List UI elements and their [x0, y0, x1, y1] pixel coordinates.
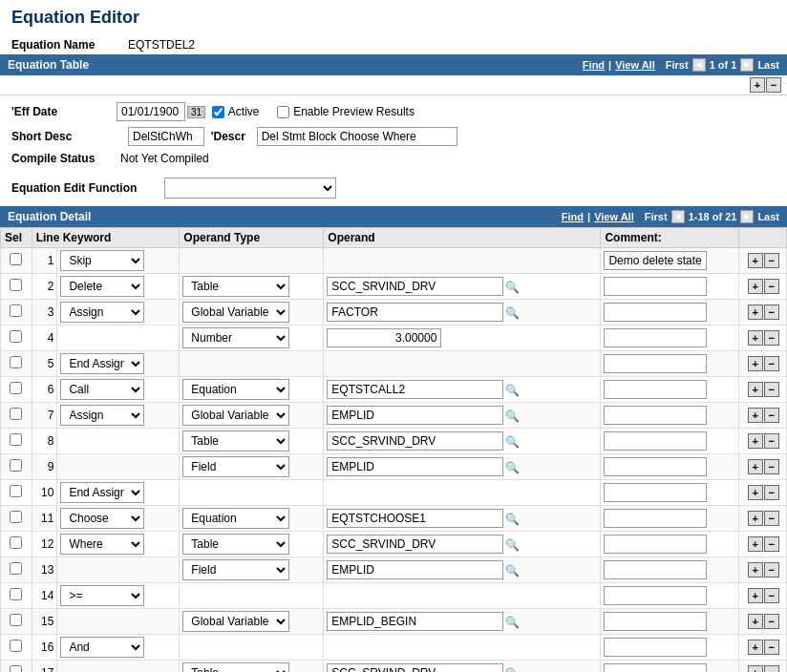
- comment-input[interactable]: [604, 509, 707, 528]
- eq-edit-fn-select[interactable]: [164, 178, 336, 199]
- remove-row-btn[interactable]: −: [764, 588, 779, 603]
- comment-input[interactable]: [604, 328, 707, 347]
- operand-type-select[interactable]: Number: [182, 327, 289, 348]
- search-icon[interactable]: 🔍: [505, 384, 519, 397]
- comment-input[interactable]: [604, 560, 707, 579]
- operand-input[interactable]: [327, 380, 503, 399]
- add-row-btn[interactable]: +: [748, 304, 763, 320]
- search-icon[interactable]: 🔍: [505, 410, 519, 423]
- search-icon[interactable]: 🔍: [505, 513, 519, 526]
- add-row-btn[interactable]: +: [748, 640, 763, 655]
- add-row-btn[interactable]: +: [748, 408, 763, 423]
- keyword-select[interactable]: End Assign: [60, 482, 144, 503]
- keyword-select[interactable]: Assign: [60, 405, 144, 426]
- row-select-checkbox[interactable]: [10, 511, 22, 523]
- active-checkbox[interactable]: [212, 106, 224, 118]
- operand-input[interactable]: [327, 277, 503, 296]
- add-row-btn[interactable]: +: [748, 511, 763, 526]
- add-row-btn[interactable]: +: [748, 356, 763, 371]
- add-row-btn[interactable]: +: [748, 614, 763, 629]
- remove-row-btn[interactable]: −: [764, 511, 779, 526]
- row-select-checkbox[interactable]: [10, 459, 22, 472]
- operand-input[interactable]: [327, 431, 503, 451]
- add-row-btn[interactable]: +: [748, 485, 763, 500]
- search-icon[interactable]: 🔍: [505, 461, 519, 474]
- comment-input[interactable]: [604, 663, 707, 672]
- remove-row-btn[interactable]: −: [764, 536, 779, 552]
- operand-input[interactable]: [327, 560, 503, 579]
- operand-input[interactable]: [327, 663, 503, 672]
- detail-view-all-link[interactable]: View All: [594, 211, 634, 222]
- eff-date-input[interactable]: [117, 102, 185, 121]
- descr-input[interactable]: [257, 127, 457, 146]
- operand-input[interactable]: [327, 612, 503, 631]
- short-desc-input[interactable]: [128, 127, 204, 146]
- row-select-checkbox[interactable]: [10, 485, 22, 497]
- comment-input[interactable]: [604, 406, 707, 425]
- comment-input[interactable]: [604, 535, 707, 554]
- operand-type-select[interactable]: Global Variable: [182, 405, 289, 426]
- operand-type-select[interactable]: Equation: [182, 379, 289, 400]
- operand-type-select[interactable]: Global Variable: [182, 302, 289, 323]
- keyword-select[interactable]: Call: [60, 379, 144, 400]
- keyword-select[interactable]: Choose: [60, 508, 144, 529]
- operand-type-select[interactable]: Global Variable: [182, 611, 289, 632]
- row-select-checkbox[interactable]: [10, 562, 22, 575]
- row-select-checkbox[interactable]: [10, 408, 22, 420]
- keyword-select[interactable]: And: [60, 637, 144, 658]
- remove-row-btn[interactable]: −: [764, 356, 779, 371]
- operand-type-select[interactable]: Field: [182, 456, 289, 477]
- row-select-checkbox[interactable]: [10, 614, 22, 626]
- search-icon[interactable]: 🔍: [505, 667, 519, 672]
- operand-type-select[interactable]: Field: [182, 559, 289, 580]
- row-select-checkbox[interactable]: [10, 640, 22, 652]
- remove-row-btn[interactable]: −: [764, 614, 779, 629]
- row-select-checkbox[interactable]: [10, 279, 22, 291]
- row-select-checkbox[interactable]: [10, 536, 22, 549]
- search-icon[interactable]: 🔍: [505, 616, 519, 629]
- comment-input[interactable]: [604, 638, 707, 657]
- operand-type-select[interactable]: Table: [182, 534, 289, 555]
- operand-input[interactable]: [327, 509, 503, 528]
- operand-input[interactable]: [327, 457, 503, 476]
- operand-type-select[interactable]: Table: [182, 430, 289, 452]
- row-select-checkbox[interactable]: [10, 588, 22, 600]
- remove-row-btn[interactable]: −: [764, 640, 779, 655]
- comment-input[interactable]: [604, 483, 707, 502]
- remove-row-btn[interactable]: −: [764, 253, 779, 268]
- row-select-checkbox[interactable]: [10, 665, 22, 672]
- remove-row-btn[interactable]: −: [764, 459, 779, 474]
- keyword-select[interactable]: Skip: [60, 250, 144, 271]
- search-icon[interactable]: 🔍: [505, 435, 519, 449]
- operand-input[interactable]: [327, 406, 503, 425]
- search-icon[interactable]: 🔍: [505, 564, 519, 578]
- row-select-checkbox[interactable]: [10, 304, 22, 317]
- eq-table-add-btn[interactable]: +: [750, 77, 765, 93]
- add-row-btn[interactable]: +: [748, 433, 763, 449]
- add-row-btn[interactable]: +: [748, 382, 763, 397]
- operand-type-select[interactable]: Equation: [182, 508, 289, 529]
- search-icon[interactable]: 🔍: [505, 538, 519, 552]
- keyword-select[interactable]: End Assign: [60, 353, 144, 374]
- keyword-select[interactable]: Where: [60, 534, 144, 555]
- row-select-checkbox[interactable]: [10, 433, 22, 446]
- detail-nav-prev[interactable]: ◄: [671, 210, 685, 223]
- nav-prev-btn[interactable]: ◄: [692, 58, 706, 72]
- comment-input[interactable]: [604, 612, 707, 631]
- comment-input[interactable]: [604, 354, 707, 373]
- eq-table-remove-btn[interactable]: −: [766, 77, 781, 93]
- remove-row-btn[interactable]: −: [764, 304, 779, 320]
- row-select-checkbox[interactable]: [10, 253, 22, 265]
- remove-row-btn[interactable]: −: [764, 665, 779, 672]
- comment-input[interactable]: [604, 303, 707, 322]
- comment-input[interactable]: [604, 277, 707, 296]
- remove-row-btn[interactable]: −: [764, 279, 779, 294]
- comment-input[interactable]: [604, 431, 707, 451]
- add-row-btn[interactable]: +: [748, 459, 763, 474]
- add-row-btn[interactable]: +: [748, 279, 763, 294]
- comment-input[interactable]: [604, 251, 707, 270]
- remove-row-btn[interactable]: −: [764, 382, 779, 397]
- nav-next-btn[interactable]: ►: [740, 58, 754, 72]
- comment-input[interactable]: [604, 586, 707, 605]
- add-row-btn[interactable]: +: [748, 536, 763, 552]
